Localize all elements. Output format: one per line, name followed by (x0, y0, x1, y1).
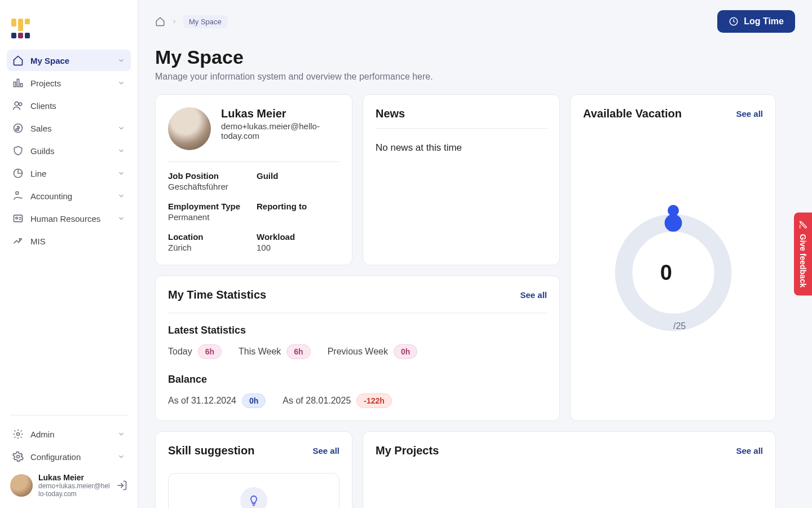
sidebar-item-label: Human Resources (30, 214, 117, 224)
svg-rect-2 (20, 84, 22, 87)
avatar[interactable] (10, 474, 33, 497)
chevron-down-icon (117, 147, 125, 155)
sidebar-item-label: Configuration (30, 452, 117, 462)
home-icon[interactable] (155, 16, 165, 27)
skill-suggestion-card: Skill suggestion See all Do you have som… (155, 431, 352, 508)
brand-logo[interactable] (11, 14, 36, 38)
projects-title: My Projects (376, 444, 439, 457)
balance-1-value: 0h (242, 393, 266, 408)
today-label: Today (168, 347, 192, 357)
chevron-down-icon (117, 192, 125, 200)
sidebar-item-configuration[interactable]: Configuration (7, 446, 131, 467)
vacation-see-all-link[interactable]: See all (736, 109, 763, 119)
page-title: My Space (155, 46, 795, 68)
balance-2-value: -122h (356, 393, 392, 408)
sidebar-item-accounting[interactable]: Accounting (7, 185, 131, 207)
svg-point-3 (15, 102, 19, 106)
sidebar: My Space Projects Clients Sales Guilds L… (0, 0, 138, 508)
log-time-label: Log Time (744, 16, 784, 27)
location-value: Zürich (168, 243, 251, 252)
news-card: News No news at this time (363, 94, 560, 265)
workload-value: 100 (257, 243, 339, 252)
sidebar-divider (10, 415, 127, 415)
svg-point-7 (16, 192, 19, 195)
chevron-down-icon (117, 214, 125, 222)
skill-title: Skill suggestion (168, 444, 254, 457)
chevron-down-icon (117, 169, 125, 177)
job-position-label: Job Position (168, 171, 251, 181)
sidebar-item-line[interactable]: Line (7, 163, 131, 184)
time-stats-card: My Time Statistics See all Latest Statis… (155, 275, 560, 421)
vacation-donut-chart: 0 /25 (611, 211, 735, 335)
reporting-to-label: Reporting to (257, 202, 339, 211)
svg-point-11 (17, 456, 20, 458)
avatar (168, 107, 211, 150)
svg-rect-8 (14, 215, 23, 222)
sidebar-item-hr[interactable]: Human Resources (7, 208, 131, 229)
pie-icon (12, 168, 24, 179)
svg-point-4 (19, 103, 22, 106)
svg-rect-1 (17, 79, 19, 86)
chevron-down-icon (117, 430, 125, 438)
sidebar-item-label: Accounting (30, 191, 117, 201)
log-time-button[interactable]: Log Time (717, 10, 795, 33)
sidebar-profile: Lukas Meier demo+lukas.meier@hello-today… (7, 467, 131, 501)
balance-2-label: As of 28.01.2025 (283, 396, 351, 406)
previous-week-value: 0h (394, 344, 417, 359)
skill-see-all-link[interactable]: See all (312, 446, 339, 456)
main-content: My Space Log Time My Space Manage your i… (138, 0, 812, 508)
balance-1-label: As of 31.12.2024 (168, 396, 236, 406)
vacation-title: Available Vacation (583, 107, 682, 120)
sidebar-item-sales[interactable]: Sales (7, 117, 131, 139)
sidebar-item-label: Guilds (30, 146, 117, 156)
breadcrumb-current: My Space (183, 15, 227, 28)
chart-icon (12, 77, 24, 89)
profile-email: demo+lukas.meier@hello-today.com (221, 121, 339, 141)
lightbulb-icon (240, 487, 267, 508)
svg-rect-0 (14, 82, 16, 86)
gear-icon (12, 428, 24, 440)
feedback-label: Give feedback (798, 234, 807, 288)
employment-type-value: Permanent (168, 212, 251, 222)
time-stats-title: My Time Statistics (168, 288, 266, 301)
sidebar-item-label: Sales (30, 124, 117, 133)
sidebar-item-mis[interactable]: MIS (7, 230, 131, 252)
sidebar-item-admin[interactable]: Admin (7, 423, 131, 445)
chevron-down-icon (117, 79, 125, 87)
sidebar-item-clients[interactable]: Clients (7, 95, 131, 116)
vacation-used: 0 (660, 261, 672, 285)
pencil-icon (798, 221, 807, 230)
workload-label: Workload (257, 232, 339, 242)
sidebar-item-guilds[interactable]: Guilds (7, 140, 131, 161)
chevron-right-icon (171, 18, 178, 25)
job-position-value: Geschäftsführer (168, 182, 251, 191)
sidebar-item-label: Admin (30, 430, 117, 439)
projects-see-all-link[interactable]: See all (736, 446, 763, 456)
location-label: Location (168, 232, 251, 242)
sidebar-item-my-space[interactable]: My Space (7, 50, 131, 71)
profile-email: demo+lukas.meier@hello-today.com (38, 482, 111, 498)
this-week-label: This Week (239, 347, 281, 357)
latest-stats-heading: Latest Statistics (168, 325, 547, 336)
feedback-tab[interactable]: Give feedback (794, 213, 812, 296)
sidebar-item-label: MIS (30, 237, 125, 246)
this-week-value: 6h (286, 344, 310, 359)
employment-type-label: Employment Type (168, 202, 251, 211)
today-value: 6h (198, 344, 222, 359)
news-title: News (376, 107, 547, 120)
sidebar-item-projects[interactable]: Projects (7, 72, 131, 94)
chevron-down-icon (117, 453, 125, 461)
trend-icon (12, 235, 24, 247)
time-stats-see-all-link[interactable]: See all (520, 290, 547, 300)
primary-nav: My Space Projects Clients Sales Guilds L… (7, 50, 131, 252)
id-card-icon (12, 213, 24, 224)
topbar: My Space Log Time (155, 10, 795, 33)
breadcrumb: My Space (155, 15, 227, 28)
logout-icon[interactable] (116, 480, 127, 491)
page-subtitle: Manage your information system and overv… (155, 72, 795, 82)
secondary-nav: Admin Configuration (7, 423, 131, 467)
news-empty-state: No news at this time (376, 142, 547, 154)
svg-point-9 (16, 217, 17, 219)
clock-icon (729, 16, 739, 27)
coin-icon (12, 122, 24, 134)
